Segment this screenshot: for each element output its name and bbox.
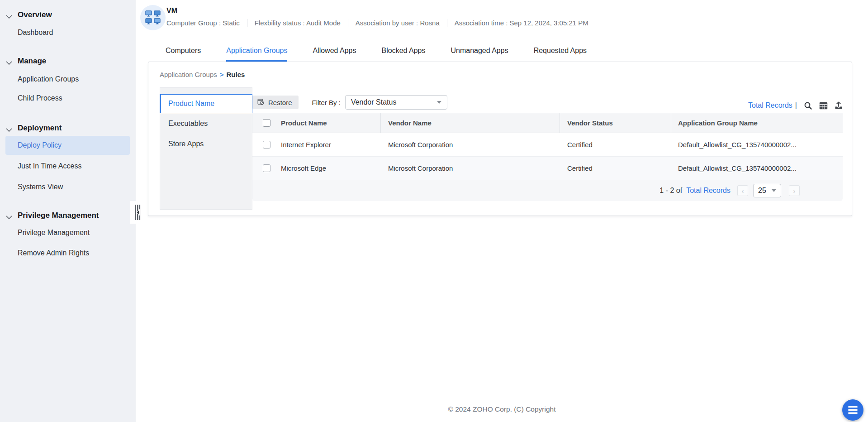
cell-vendor-status: Certified — [560, 164, 671, 172]
select-all-checkbox[interactable] — [263, 119, 270, 127]
section-title: Deployment — [18, 124, 62, 132]
breadcrumb-separator: > — [220, 71, 224, 78]
meta-computer-group: Computer Group : Static — [166, 19, 247, 27]
hamburger-icon — [848, 406, 858, 414]
computer-group-icon — [145, 10, 161, 26]
meta-association-user: Association by user : Rosna — [348, 19, 447, 27]
meta-flexibility-status: Flexbility status : Audit Mode — [247, 19, 348, 27]
sidebar: Overview Dashboard Manage Application Gr… — [0, 0, 136, 422]
table-row[interactable]: Microsoft Edge Microsoft Corporation Cer… — [252, 157, 843, 180]
sidebar-item-remove-admin-rights[interactable]: Remove Admin Rights — [18, 249, 89, 258]
sidebar-item-dashboard[interactable]: Dashboard — [18, 28, 53, 37]
cell-product-name: Microsoft Edge — [281, 164, 381, 172]
restore-label: Restore — [268, 99, 292, 106]
restore-button[interactable]: Restore — [252, 96, 299, 109]
select-all-cell — [252, 113, 281, 133]
row-checkbox-cell — [252, 164, 281, 172]
meta-association-time: Association time : Sep 12, 2024, 3:05:21… — [447, 19, 596, 27]
computer-group-avatar — [140, 5, 166, 30]
sidebar-section-privilege-management[interactable]: Privilege Management — [18, 211, 99, 220]
header-vendor-name[interactable]: Vendor Name — [381, 113, 560, 133]
sidebar-item-just-in-time-access[interactable]: Just In Time Access — [18, 162, 81, 171]
rules-panel-spacer — [160, 88, 252, 94]
row-checkbox[interactable] — [263, 141, 270, 149]
table-row[interactable]: Internet Explorer Microsoft Corporation … — [252, 133, 843, 157]
rules-table: Product Name Vendor Name Vendor Status A… — [252, 113, 843, 201]
toolbar-divider: | — [795, 101, 797, 110]
cell-application-group-name: Default_Allowlist_CG_135740000002... — [671, 141, 843, 149]
sidebar-item-child-process[interactable]: Child Process — [18, 94, 62, 103]
sidebar-item-privilege-management[interactable]: Privilege Management — [18, 228, 90, 237]
pagination-bar: 1 - 2 of Total Records ‹ 25 › — [252, 180, 843, 201]
section-title: Privilege Management — [18, 211, 99, 220]
filter-selected-value: Vendor Status — [351, 98, 397, 106]
breadcrumb-parent[interactable]: Application Groups — [160, 71, 217, 78]
restore-icon — [257, 98, 265, 107]
column-chooser-icon[interactable] — [819, 102, 828, 110]
table-header-row: Product Name Vendor Name Vendor Status A… — [252, 113, 843, 133]
breadcrumb-current: Rules — [227, 71, 245, 78]
section-title: Manage — [18, 57, 46, 65]
section-title: Overview — [18, 10, 52, 19]
row-checkbox-cell — [252, 141, 281, 149]
page-title: VM — [166, 7, 177, 15]
sidebar-section-deployment[interactable]: Deployment — [18, 124, 62, 133]
chevron-down-icon — [6, 12, 12, 16]
copyright-footer: © 2024 ZOHO Corp. (C) Copyright — [136, 405, 868, 413]
breadcrumb: Application Groups>Rules — [160, 71, 245, 78]
search-icon[interactable] — [804, 101, 812, 110]
filter-dropdown[interactable]: Vendor Status — [345, 95, 447, 110]
header-application-group-name[interactable]: Application Group Name — [671, 113, 843, 133]
rules-toolbar: Restore Filter By : Vendor Status Total … — [252, 94, 843, 111]
tab-computers[interactable]: Computers — [166, 42, 201, 62]
sidebar-item-deploy-policy[interactable]: Deploy Policy — [18, 141, 62, 150]
header-vendor-status[interactable]: Vendor Status — [560, 113, 671, 133]
page-meta: Computer Group : Static Flexbility statu… — [166, 19, 596, 27]
rules-tab-executables[interactable]: Executables — [160, 113, 252, 134]
tab-application-groups[interactable]: Application Groups — [226, 42, 287, 62]
sidebar-section-overview[interactable]: Overview — [18, 10, 52, 19]
export-icon[interactable] — [835, 101, 843, 110]
rules-tab-product-name[interactable]: Product Name — [160, 94, 252, 113]
tab-bar: Computers Application Groups Allowed App… — [166, 42, 587, 62]
cell-product-name: Internet Explorer — [281, 141, 381, 149]
chevron-down-icon — [6, 213, 12, 217]
page-size-dropdown[interactable]: 25 — [753, 184, 781, 197]
next-page-button[interactable]: › — [789, 185, 800, 196]
pagination-range: 1 - 2 of — [659, 187, 682, 195]
toolbar-right-group: Total Records | — [748, 101, 843, 110]
rules-tab-store-apps[interactable]: Store Apps — [160, 134, 252, 154]
row-checkbox[interactable] — [263, 164, 270, 172]
cell-application-group-name: Default_Allowlist_CG_135740000002... — [671, 164, 843, 172]
filter-by-label: Filter By : — [312, 99, 341, 106]
quick-menu-fab[interactable] — [842, 399, 863, 421]
tab-unmanaged-apps[interactable]: Unmanaged Apps — [451, 42, 508, 62]
page-size-value: 25 — [758, 187, 766, 195]
previous-page-button[interactable]: ‹ — [737, 185, 748, 196]
sidebar-section-manage[interactable]: Manage — [18, 57, 46, 66]
total-records-link[interactable]: Total Records — [748, 101, 792, 110]
cell-vendor-status: Certified — [560, 141, 671, 149]
sidebar-item-systems-view[interactable]: Systems View — [18, 182, 63, 192]
pagination-total-records-link[interactable]: Total Records — [686, 187, 730, 195]
cell-vendor-name: Microsoft Corporation — [381, 141, 560, 149]
sidebar-item-application-groups[interactable]: Application Groups — [18, 75, 79, 84]
header-product-name[interactable]: Product Name — [281, 113, 381, 133]
tab-allowed-apps[interactable]: Allowed Apps — [313, 42, 356, 62]
application-groups-card: Application Groups>Rules Product Name Ex… — [148, 62, 852, 216]
tab-blocked-apps[interactable]: Blocked Apps — [382, 42, 426, 62]
chevron-down-icon — [6, 58, 12, 62]
chevron-down-icon — [6, 125, 12, 129]
cell-vendor-name: Microsoft Corporation — [381, 164, 560, 172]
rules-type-panel: Product Name Executables Store Apps — [160, 87, 252, 210]
tab-requested-apps[interactable]: Requested Apps — [534, 42, 587, 62]
caret-down-icon — [437, 101, 441, 104]
caret-down-icon — [772, 189, 776, 192]
sidebar-collapse-handle[interactable] — [135, 203, 141, 221]
